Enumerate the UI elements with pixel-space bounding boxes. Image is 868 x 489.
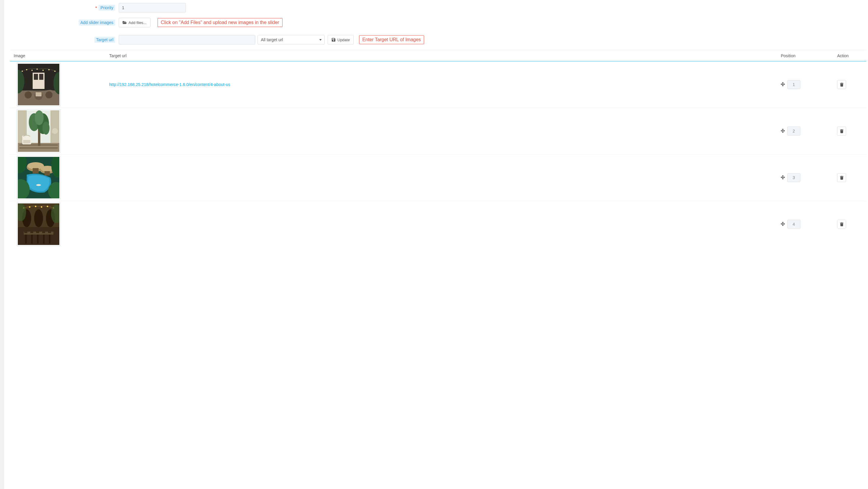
- priority-row: * Priority: [13, 3, 863, 12]
- trash-icon: [840, 222, 844, 226]
- add-slider-images-row: Add slider images Add files... Click on …: [13, 18, 863, 27]
- svg-rect-67: [36, 229, 39, 233]
- delete-button[interactable]: [837, 80, 846, 89]
- update-button[interactable]: Update: [328, 35, 354, 44]
- svg-point-49: [34, 209, 43, 227]
- image-thumbnail[interactable]: [17, 109, 61, 153]
- svg-point-9: [31, 70, 33, 71]
- delete-button[interactable]: [837, 127, 846, 135]
- target-url-link[interactable]: http://192.168.25.218/hotelcommerce-1.6.…: [109, 82, 230, 87]
- image-thumbnail[interactable]: [17, 156, 61, 200]
- svg-rect-6: [39, 74, 43, 80]
- svg-rect-63: [43, 235, 44, 243]
- svg-point-10: [36, 68, 38, 70]
- priority-label: Priority: [98, 5, 115, 11]
- svg-point-45: [36, 184, 41, 186]
- svg-rect-62: [37, 235, 38, 243]
- priority-input[interactable]: [119, 3, 186, 12]
- svg-rect-61: [31, 235, 33, 243]
- svg-rect-39: [33, 168, 38, 173]
- required-star: *: [95, 6, 97, 10]
- svg-point-30: [42, 122, 50, 135]
- position-input[interactable]: [787, 127, 800, 135]
- svg-rect-66: [30, 229, 33, 233]
- save-icon: [332, 38, 336, 42]
- svg-point-33: [52, 128, 58, 134]
- svg-point-12: [49, 69, 50, 70]
- target-url-input[interactable]: [119, 35, 255, 44]
- position-input[interactable]: [787, 173, 800, 182]
- svg-rect-68: [42, 229, 45, 233]
- svg-rect-69: [48, 229, 51, 233]
- table-header: Image Target url Position Action: [10, 50, 866, 61]
- header-action: Action: [837, 53, 866, 58]
- target-url-hint: Enter Target URL of Images: [359, 35, 424, 44]
- slider-images-table: Image Target url Position Action: [10, 50, 866, 247]
- svg-rect-32: [23, 140, 30, 143]
- update-label: Update: [337, 38, 350, 42]
- add-files-button[interactable]: Add files...: [119, 18, 151, 27]
- drag-handle-icon[interactable]: [781, 82, 785, 87]
- svg-point-18: [45, 91, 53, 98]
- target-url-label: Target url: [94, 37, 115, 43]
- add-slider-images-label: Add slider images: [79, 20, 115, 26]
- table-row: [10, 155, 866, 201]
- image-thumbnail[interactable]: [17, 202, 61, 246]
- svg-rect-65: [24, 229, 27, 233]
- trash-icon: [840, 176, 844, 180]
- target-url-row: Target url All target url Update Enter T…: [13, 35, 863, 44]
- add-files-hint: Click on "Add Files" and upload new imag…: [158, 18, 282, 27]
- svg-rect-19: [36, 92, 41, 96]
- table-row: [10, 108, 866, 155]
- svg-point-53: [35, 206, 36, 207]
- svg-rect-64: [49, 235, 51, 243]
- add-files-label: Add files...: [128, 21, 147, 25]
- target-url-select[interactable]: All target url: [257, 35, 324, 44]
- position-input[interactable]: [787, 220, 800, 229]
- drag-handle-icon[interactable]: [781, 129, 785, 134]
- drag-handle-icon[interactable]: [781, 222, 785, 227]
- svg-point-16: [25, 91, 32, 98]
- header-image: Image: [10, 53, 108, 58]
- svg-rect-40: [44, 171, 50, 175]
- delete-button[interactable]: [837, 173, 846, 182]
- header-position: Position: [781, 53, 837, 58]
- svg-point-54: [41, 206, 42, 208]
- svg-rect-5: [34, 74, 38, 80]
- header-target-url: Target url: [108, 53, 781, 58]
- drag-handle-icon[interactable]: [781, 175, 785, 180]
- position-input[interactable]: [787, 80, 800, 89]
- svg-rect-60: [25, 235, 27, 243]
- image-thumbnail[interactable]: [17, 63, 61, 106]
- table-row: http://192.168.25.218/hotelcommerce-1.6.…: [10, 61, 866, 108]
- trash-icon: [840, 129, 844, 133]
- table-row: [10, 201, 866, 247]
- trash-icon: [840, 83, 844, 87]
- svg-rect-25: [19, 148, 58, 149]
- svg-point-29: [35, 110, 43, 125]
- delete-button[interactable]: [837, 220, 846, 229]
- svg-point-11: [42, 70, 43, 71]
- folder-open-icon: [123, 21, 127, 25]
